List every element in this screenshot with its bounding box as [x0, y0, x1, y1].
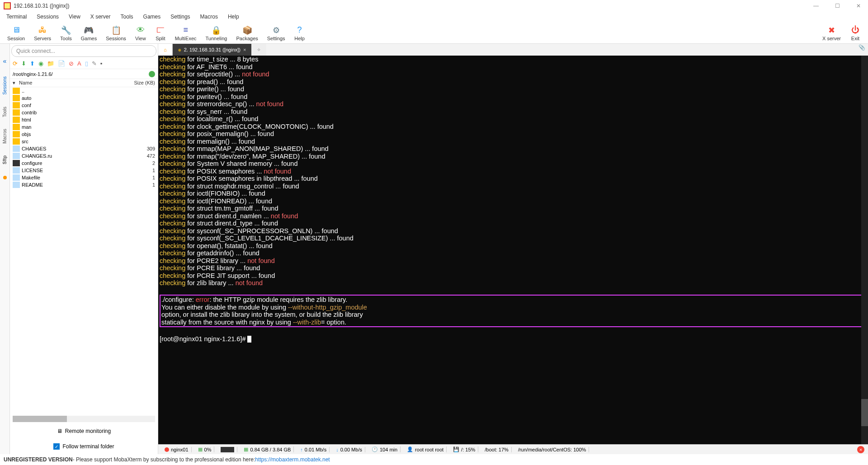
remote-monitoring-button[interactable]: 🖥 Remote monitoring — [14, 425, 154, 437]
col-name[interactable]: Name — [19, 80, 123, 86]
edit-icon[interactable]: ✎ — [92, 60, 97, 67]
menu-macros[interactable]: Macros — [196, 13, 222, 21]
packages-icon: 📦 — [242, 25, 253, 36]
newfile-icon[interactable]: 📄 — [58, 60, 65, 67]
vertical-scrollbar[interactable] — [861, 56, 868, 444]
file-row[interactable]: html — [10, 116, 158, 123]
folder-icon — [13, 95, 20, 101]
toolbar-packages[interactable]: 📦Packages — [231, 24, 262, 42]
quick-connect-input[interactable]: Quick connect... — [11, 45, 156, 57]
toolbar-sessions[interactable]: 📋Sessions — [101, 24, 131, 42]
file-row[interactable]: contrib — [10, 109, 158, 116]
toolbar-view[interactable]: 👁View — [131, 24, 151, 42]
menu-sessions[interactable]: Sessions — [32, 13, 63, 21]
text-icon[interactable]: A — [77, 60, 81, 67]
footer-link[interactable]: https://mobaxterm.mobatek.net — [255, 456, 330, 463]
x server-icon: ✖ — [826, 25, 837, 36]
tab-sftp[interactable]: Sftp — [2, 155, 7, 164]
tab-new[interactable]: ✧ — [251, 44, 266, 56]
terminal-area: ⌂ ⎈ 2. 192.168.10.31 ([nginx]) × ✧ check… — [158, 44, 868, 454]
menu-view[interactable]: View — [64, 13, 85, 21]
file-row[interactable]: src — [10, 138, 158, 145]
back-icon[interactable]: ◉ — [38, 60, 43, 67]
file-icon — [13, 167, 20, 174]
folder-icon — [13, 124, 20, 130]
games-icon: 🎮 — [83, 25, 94, 36]
follow-terminal-checkbox[interactable]: ✓ Follow terminal folder — [14, 440, 154, 453]
minimize-button[interactable]: — — [810, 2, 822, 10]
menu-settings[interactable]: Settings — [166, 13, 194, 21]
collapse-icon[interactable]: « — [3, 57, 7, 65]
exec-icon — [13, 160, 20, 166]
toolbar-tunneling[interactable]: 🔒Tunneling — [201, 24, 232, 42]
folder-icon — [13, 138, 20, 145]
upload-icon[interactable]: ⬆ — [30, 60, 35, 67]
list-icon[interactable]: ▯ — [85, 60, 88, 67]
paperclip-icon[interactable]: 📎 — [859, 44, 865, 51]
tab-sessions[interactable]: Sessions — [2, 76, 7, 95]
tab-home[interactable]: ⌂ — [158, 44, 173, 56]
terminal[interactable]: checking for time_t size ... 8 byteschec… — [158, 56, 868, 444]
toolbar-games[interactable]: 🎮Games — [76, 24, 101, 42]
file-row[interactable]: .. — [10, 87, 158, 94]
tunneling-icon: 🔒 — [211, 25, 222, 36]
tab-bar: ⌂ ⎈ 2. 192.168.10.31 ([nginx]) × ✧ — [158, 44, 868, 56]
file-row[interactable]: CHANGES.ru472 — [10, 152, 158, 160]
menu-terminal[interactable]: Terminal — [2, 13, 31, 21]
toolbar-split[interactable]: ⫍Split — [151, 24, 170, 42]
menu-help[interactable]: Help — [223, 13, 244, 21]
file-row[interactable]: objs — [10, 131, 158, 138]
status-mem: 0.84 GB / 3.84 GB — [250, 447, 291, 452]
status-close-icon[interactable]: × — [857, 446, 864, 453]
file-row[interactable]: Makefile1 — [10, 174, 158, 181]
download-icon[interactable]: ⬇ — [21, 60, 26, 67]
status-cpu: 0% — [204, 447, 212, 452]
tab-close-icon[interactable]: × — [243, 47, 246, 52]
settings-icon: ⚙ — [271, 25, 282, 36]
status-host: nginx01 — [171, 447, 189, 452]
file-row[interactable]: man — [10, 123, 158, 131]
tab-tools[interactable]: Tools — [2, 107, 7, 117]
toolbar-exit[interactable]: ⏻Exit — [845, 24, 865, 42]
col-size[interactable]: Size (KB) — [123, 80, 155, 86]
close-button[interactable]: ✕ — [853, 2, 864, 10]
maximize-button[interactable]: ☐ — [831, 2, 844, 10]
monitor-icon: 🖥 — [57, 428, 62, 434]
file-row[interactable]: CHANGES309 — [10, 145, 158, 152]
cpu-icon: ▦ — [198, 446, 203, 452]
toolbar-tools[interactable]: 🔧Tools — [56, 24, 76, 42]
path-input[interactable] — [13, 71, 147, 77]
view-icon: 👁 — [135, 25, 146, 36]
menu-xserver[interactable]: X server — [86, 13, 115, 21]
toolbar-settings[interactable]: ⚙Settings — [263, 24, 290, 42]
user-icon: 👤 — [407, 446, 413, 452]
multiexec-icon: ≡ — [180, 25, 191, 36]
file-icon — [13, 182, 20, 188]
file-row[interactable]: configure2 — [10, 160, 158, 167]
file-icon — [13, 153, 20, 159]
toolbar-xserver[interactable]: ✖X server — [818, 24, 845, 42]
toolbar-session[interactable]: 🖥Session — [3, 24, 29, 42]
delete-icon[interactable]: ⊘ — [69, 60, 74, 67]
toolbar-help[interactable]: ?Help — [290, 24, 310, 42]
menu-tools[interactable]: Tools — [116, 13, 138, 21]
file-row[interactable]: LICENSE1 — [10, 167, 158, 174]
toolbar-multiexec[interactable]: ≡MultiExec — [170, 24, 201, 42]
folder-icon — [13, 88, 20, 94]
menu-games[interactable]: Games — [139, 13, 165, 21]
ssh-icon: ⎈ — [178, 47, 181, 52]
tab-macros[interactable]: Macros — [2, 129, 7, 144]
clock-icon: 🕐 — [372, 446, 378, 452]
newfolder-icon[interactable]: 📁 — [47, 60, 54, 67]
file-row[interactable]: README1 — [10, 181, 158, 188]
tab-session[interactable]: ⎈ 2. 192.168.10.31 ([nginx]) × — [173, 44, 252, 56]
horizontal-scrollbar[interactable] — [13, 416, 155, 422]
toolbar-servers[interactable]: 🖧Servers — [29, 24, 56, 42]
unregistered-label: UNREGISTERED VERSION — [4, 456, 73, 463]
exit-icon: ⏻ — [850, 25, 861, 36]
terminal-icon[interactable]: ▪ — [100, 60, 103, 67]
session-icon: 🖥 — [11, 25, 22, 36]
file-row[interactable]: auto — [10, 94, 158, 102]
refresh-icon[interactable]: ⟳ — [13, 60, 18, 67]
file-row[interactable]: conf — [10, 102, 158, 109]
